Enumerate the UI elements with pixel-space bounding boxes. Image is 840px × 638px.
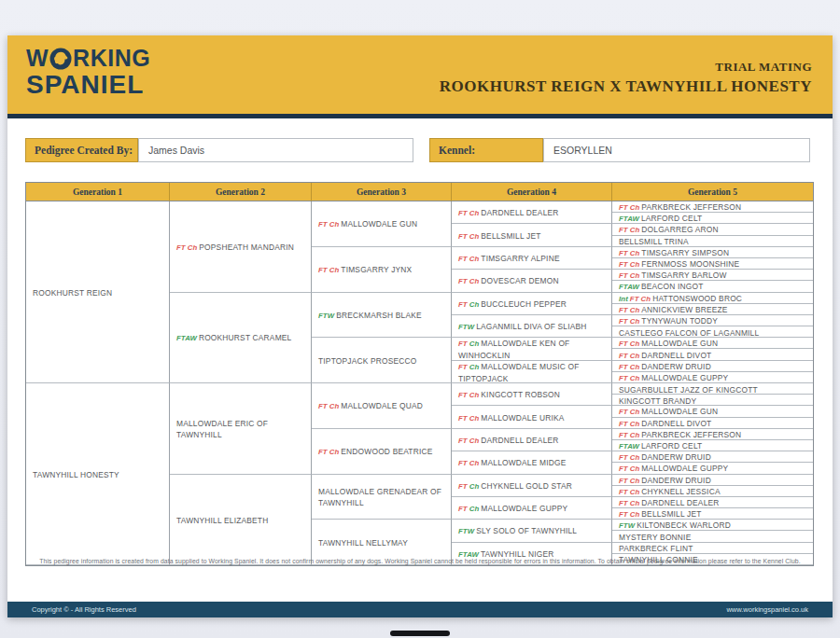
title-badge-ftaw: FTAW xyxy=(619,215,639,223)
pedigree-cell-gen5-5: FTChTIMSGARRY SIMPSON xyxy=(612,247,813,258)
dog-name: SUGARBULLET JAZZ OF KINGCOTT xyxy=(619,385,758,395)
dog-name: KILTONBECK WARLORD xyxy=(637,520,731,530)
pedigree-cell-text: TIPTOPJACK PROSECCO xyxy=(318,354,417,366)
pedigree-cell-gen5-25: FTChDANDERW DRUID xyxy=(612,475,813,486)
pedigree-cell-text: FTChENDOWOOD BEATRICE xyxy=(318,445,433,457)
pedigree-cell-text: FTChMALLOWDALE KEN OF WINHOCKLIN xyxy=(458,338,608,360)
pedigree-cell-gen2-1: FTChPOPSHEATH MANDARIN xyxy=(170,201,312,293)
dog-name: MYSTERY BONNIE xyxy=(619,533,691,542)
pedigree-cell-gen5-11: FTChTYNYWAUN TODDY xyxy=(612,315,813,326)
pedigree-cell-text: FTChMALLOWDALE URIKA xyxy=(458,411,565,423)
dog-name: DANDERW DRUID xyxy=(641,362,711,371)
pedigree-cell-gen3-4: TIPTOPJACK PROSECCO xyxy=(312,338,452,383)
header-divider xyxy=(7,114,833,118)
logo-text-w: W xyxy=(26,47,49,70)
footer-bar: Copyright © - All Rights Reserved www.wo… xyxy=(7,602,833,617)
title-badge-ch: Ch xyxy=(630,203,640,212)
logo-line-1: WRKING xyxy=(26,47,150,70)
created-by-input[interactable]: James Davis xyxy=(138,138,413,162)
dog-name: TIMSGARRY JYNX xyxy=(341,265,412,274)
title-badge-ft: FT xyxy=(458,391,468,399)
title-badge-ch: Ch xyxy=(630,499,640,507)
pedigree-cell-text: MALLOWDALE ERIC OF TAWNYHILL xyxy=(176,417,307,439)
pedigree-cell-text: FTChDARDNELL DEALER xyxy=(458,434,559,446)
pedigree-cell-text: FTChCHYKNELL JESSICA xyxy=(619,486,721,497)
pedigree-cell-text: MYSTERY BONNIE xyxy=(619,531,691,542)
pedigree-cell-gen5-16: FTChMALLOWDALE GUPPY xyxy=(612,372,813,383)
pedigree-cell-gen4-9: FTChKINGCOTT ROBSON xyxy=(452,383,612,406)
title-badge-ft: FT xyxy=(458,363,468,371)
pedigree-cell-gen5-18: KINGCOTT BRANDY xyxy=(612,395,813,406)
title-badge-ft: FT xyxy=(630,295,639,303)
title-badge-ch: Ch xyxy=(329,220,340,229)
pedigree-cell-text: FTChTYNYWAUN TODDY xyxy=(619,315,718,326)
title-badge-ch: Ch xyxy=(469,482,480,491)
title-badge-ft: FT xyxy=(619,271,628,280)
title-badge-ch: Ch xyxy=(469,414,480,423)
title-badge-ft: FT xyxy=(458,482,468,491)
pedigree-cell-gen5-21: FTChPARKBRECK JEFFERSON xyxy=(612,429,813,440)
dog-name: TYNYWAUN TODDY xyxy=(641,316,718,326)
dog-name: SLY SOLO OF TAWNYHILL xyxy=(476,526,577,535)
title-badge-ch: Ch xyxy=(469,300,480,309)
pedigree-cell-text: FTChDARDNELL DIVOT xyxy=(619,418,711,429)
title-badge-ftw: FTW xyxy=(318,312,334,320)
pedigree-cell-text: FTChMALLOWDALE MIDGE xyxy=(458,456,566,468)
pedigree-cell-gen5-13: FTChMALLOWDALE GUN xyxy=(612,338,813,349)
pedigree-cell-gen4-8: FTChMALLOWDALE MUSIC OF TIPTOPJACK xyxy=(452,361,612,383)
title-badge-ftaw: FTAW xyxy=(619,442,639,451)
pedigree-cell-gen5-28: FTChBELLSMILL JET xyxy=(612,508,813,520)
pedigree-cell-gen4-1: FTChDARDNELL DEALER xyxy=(452,201,612,224)
dog-name: PARKBRECK JEFFERSON xyxy=(641,430,741,439)
title-badge-ft: FT xyxy=(176,243,186,252)
pedigree-cell-gen5-2: FTAWLARFORD CELT xyxy=(612,213,813,224)
pedigree-cell-gen5-26: FTChCHYKNELL JESSICA xyxy=(612,486,813,497)
pedigree-cell-text: FTChDARDNELL DIVOT xyxy=(619,349,711,360)
title-badge-ft: FT xyxy=(619,203,628,212)
title-badge-ch: Ch xyxy=(630,260,640,269)
title-badge-ch: Ch xyxy=(630,453,640,462)
generation-header-1: Generation 1 xyxy=(26,183,170,201)
pedigree-cell-text: FTWKILTONBECK WARLORD xyxy=(619,520,731,531)
dog-name: CASTLEGO FALCON OF LAGANMILL xyxy=(619,328,759,338)
pedigree-cell-text: FTChMALLOWDALE GUPPY xyxy=(458,502,567,514)
pedigree-cell-gen5-22: FTAWLARFORD CELT xyxy=(612,440,813,451)
pedigree-cell-text: FTChKINGCOTT ROBSON xyxy=(458,388,560,400)
title-badge-ft: FT xyxy=(619,363,628,371)
pedigree-cell-gen3-6: FTChENDOWOOD BEATRICE xyxy=(312,429,452,475)
dog-name: PARKBRECK JEFFERSON xyxy=(641,202,741,212)
pedigree-cell-gen5-24: FTChMALLOWDALE GUPPY xyxy=(612,463,813,474)
pedigree-cell-text: FTChDOLGARREG ARON xyxy=(619,224,719,235)
title-badge-ft: FT xyxy=(318,448,328,456)
dog-name: DANDERW DRUID xyxy=(641,452,711,462)
pedigree-grid: ROOKHURST REIGNTAWNYHILL HONESTYFTChPOPS… xyxy=(26,201,813,565)
pedigree-cell-text: FTChDARDNELL DEALER xyxy=(619,497,720,508)
kennel-input[interactable]: ESORYLLEN xyxy=(543,138,810,162)
title-badge-ft: FT xyxy=(619,420,628,428)
website-link[interactable]: www.workingspaniel.co.uk xyxy=(726,605,808,614)
title-badge-ft: FT xyxy=(458,300,468,309)
pedigree-cell-gen1-2: TAWNYHILL HONESTY xyxy=(26,383,170,565)
disclaimer-text: This pedigree information is created fro… xyxy=(7,558,833,564)
pedigree-cell-gen4-14: FTChMALLOWDALE GUPPY xyxy=(452,497,612,520)
pedigree-cell-gen5-8: FTAWBEACON INGOT xyxy=(612,281,813,292)
dog-name: BEACON INGOT xyxy=(641,282,704,291)
dog-name: CHYKNELL JESSICA xyxy=(641,487,720,496)
working-spaniel-logo: WRKING SPANIEL xyxy=(26,47,150,98)
title-badge-ch: Ch xyxy=(469,437,480,445)
title-badge-ftw: FTW xyxy=(458,527,474,535)
title-badge-ft: FT xyxy=(619,431,628,439)
pedigree-cell-text: FTChTIMSGARRY JYNX xyxy=(318,263,412,275)
pedigree-cell-gen2-3: MALLOWDALE ERIC OF TAWNYHILL xyxy=(170,383,312,475)
dog-name: MALLOWDALE URIKA xyxy=(481,413,564,423)
title-badge-ch: Ch xyxy=(641,295,651,303)
title-badge-ch: Ch xyxy=(469,391,480,399)
pedigree-cell-text: FTChMALLOWDALE GUPPY xyxy=(619,463,728,474)
dog-name: MALLOWDALE GUPPY xyxy=(481,504,567,513)
pedigree-cell-gen5-19: FTChMALLOWDALE GUN xyxy=(612,406,813,417)
dog-name: FERNMOSS MOONSHINE xyxy=(641,259,739,269)
pedigree-cell-gen1-1: ROOKHURST REIGN xyxy=(26,201,170,383)
dog-name: MALLOWDALE GUPPY xyxy=(641,464,728,473)
pedigree-cell-gen5-4: BELLSMILL TRINA xyxy=(612,236,813,247)
generation-header-2: Generation 2 xyxy=(170,183,312,201)
